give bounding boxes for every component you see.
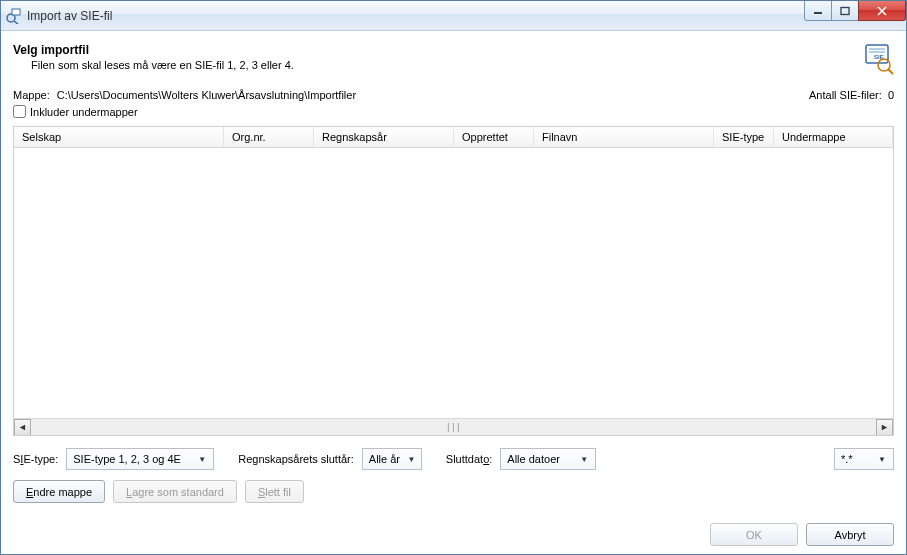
file-grid: Selskap Org.nr. Regnskapsår Opprettet Fi… <box>13 126 894 436</box>
col-orgnr[interactable]: Org.nr. <box>224 127 314 147</box>
col-regnskapsar[interactable]: Regnskapsår <box>314 127 454 147</box>
svg-line-12 <box>888 69 893 74</box>
close-button[interactable] <box>858 1 906 21</box>
scroll-thumb-icon: ∣∣∣ <box>446 422 461 432</box>
col-selskap[interactable]: Selskap <box>14 127 224 147</box>
folder-left: Mappe: C:\Users\Documents\Wolters Kluwer… <box>13 89 809 118</box>
maximize-icon <box>840 6 850 16</box>
include-subfolders-label: Inkluder undermapper <box>30 106 138 118</box>
folder-label: Mappe: <box>13 89 50 101</box>
titlebar: Import av SIE-fil <box>1 1 906 31</box>
window-buttons <box>805 1 906 21</box>
section-title: Velg importfil <box>13 43 862 57</box>
action-buttons: Endre mappe Lagre som standard Slett fil <box>13 480 894 503</box>
delete-file-button[interactable]: Slett fil <box>245 480 304 503</box>
col-sietype[interactable]: SIE-type <box>714 127 774 147</box>
grid-header: Selskap Org.nr. Regnskapsår Opprettet Fi… <box>14 127 893 148</box>
scroll-right-button[interactable]: ► <box>876 419 893 436</box>
year-value: Alle år <box>369 453 400 465</box>
minimize-icon <box>813 6 823 16</box>
svg-rect-4 <box>841 7 849 14</box>
filters-row: SIE-type: SIE-type 1, 2, 3 og 4E ▼ Regns… <box>13 448 894 470</box>
extension-value: *.* <box>841 453 869 465</box>
year-select[interactable]: Alle år ▼ <box>362 448 422 470</box>
horizontal-scrollbar[interactable]: ◄ ∣∣∣ ► <box>14 418 893 435</box>
date-select[interactable]: Alle datoer ▼ <box>500 448 596 470</box>
chevron-down-icon: ▼ <box>406 455 417 464</box>
file-count-value: 0 <box>888 89 894 101</box>
file-count-label: Antall SIE-filer: <box>809 89 882 101</box>
date-label: Sluttdato: <box>446 453 493 465</box>
app-icon <box>5 8 21 24</box>
col-undermappe[interactable]: Undermappe <box>774 127 893 147</box>
header-text: Velg importfil Filen som skal leses må v… <box>13 43 862 71</box>
year-label: Regnskapsårets sluttår: <box>238 453 354 465</box>
extension-select[interactable]: *.* ▼ <box>834 448 894 470</box>
ok-button[interactable]: OK <box>710 523 798 546</box>
client-area: Velg importfil Filen som skal leses må v… <box>1 31 906 554</box>
maximize-button[interactable] <box>831 1 859 21</box>
save-as-default-button[interactable]: Lagre som standard <box>113 480 237 503</box>
col-filnavn[interactable]: Filnavn <box>534 127 714 147</box>
sie-type-label: SIE-type: <box>13 453 58 465</box>
include-subfolders-checkbox[interactable] <box>13 105 26 118</box>
window-title: Import av SIE-fil <box>27 9 805 23</box>
scroll-left-button[interactable]: ◄ <box>14 419 31 436</box>
col-opprettet[interactable]: Opprettet <box>454 127 534 147</box>
close-icon <box>876 6 888 16</box>
folder-path: C:\Users\Documents\Wolters Kluwer\Årsavs… <box>57 89 356 101</box>
chevron-down-icon: ▼ <box>195 455 209 464</box>
import-sie-window: Import av SIE-fil Velg importfil Filen s… <box>0 0 907 555</box>
include-subfolders-row: Inkluder undermapper <box>13 105 809 118</box>
section-description: Filen som skal leses må være en SIE-fil … <box>31 59 862 71</box>
grid-body[interactable] <box>14 148 893 418</box>
header-row: Velg importfil Filen som skal leses må v… <box>13 43 894 75</box>
minimize-button[interactable] <box>804 1 832 21</box>
folder-row: Mappe: C:\Users\Documents\Wolters Kluwer… <box>13 89 894 118</box>
svg-rect-2 <box>12 9 20 15</box>
scroll-track[interactable]: ∣∣∣ <box>31 422 876 432</box>
chevron-down-icon: ▼ <box>577 455 591 464</box>
sie-type-select[interactable]: SIE-type 1, 2, 3 og 4E ▼ <box>66 448 214 470</box>
sie-type-value: SIE-type 1, 2, 3 og 4E <box>73 453 189 465</box>
chevron-down-icon: ▼ <box>875 455 889 464</box>
dialog-buttons: OK Avbryt <box>13 523 894 546</box>
file-count: Antall SIE-filer: 0 <box>809 89 894 101</box>
import-page-icon: SIE <box>862 43 894 75</box>
date-value: Alle datoer <box>507 453 571 465</box>
svg-line-1 <box>14 21 18 24</box>
change-folder-button[interactable]: Endre mappe <box>13 480 105 503</box>
cancel-button[interactable]: Avbryt <box>806 523 894 546</box>
